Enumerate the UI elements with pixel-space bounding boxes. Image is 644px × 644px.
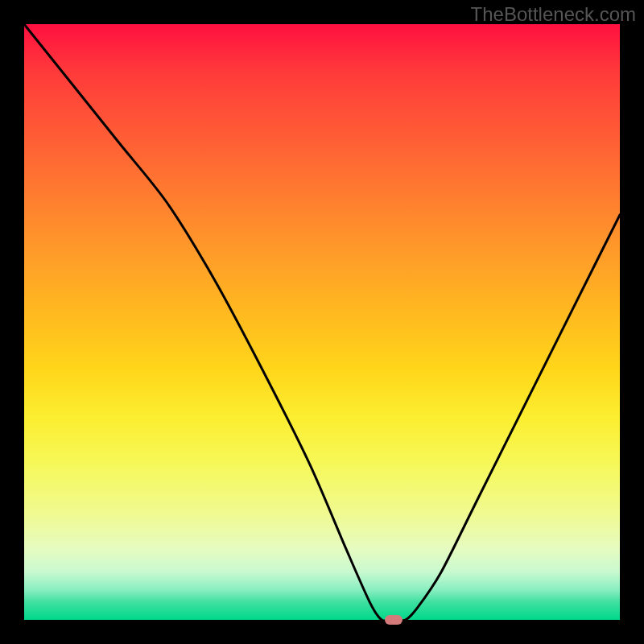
chart-plot-area: [24, 24, 620, 620]
bottleneck-curve: [24, 24, 620, 620]
attribution-text: TheBottleneck.com: [471, 3, 636, 26]
optimal-point-marker: [385, 615, 402, 625]
chart-curve-layer: [24, 24, 620, 620]
